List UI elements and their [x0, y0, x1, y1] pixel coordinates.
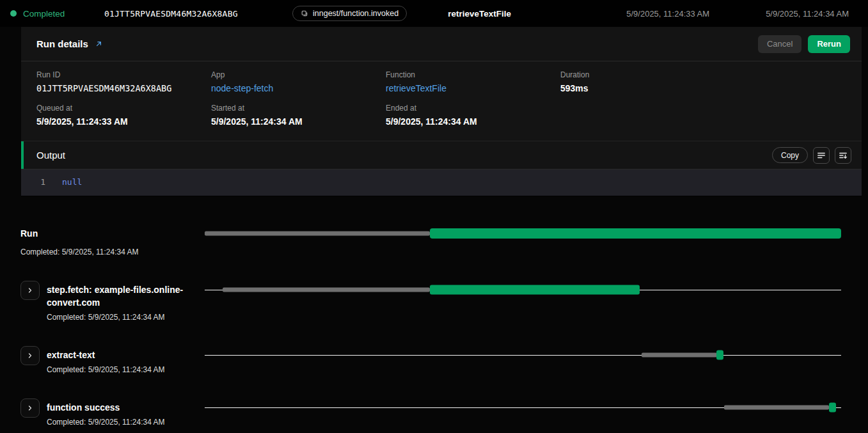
- output-header: Output Copy: [21, 141, 862, 169]
- external-link-icon[interactable]: [95, 40, 103, 48]
- run-details-panel: Run details Cancel Rerun Run ID 01JTT5RP…: [21, 27, 862, 196]
- queued-duration-bar: [205, 232, 430, 236]
- chevron-right-icon: [26, 352, 34, 359]
- field-label: Started at: [211, 104, 386, 113]
- step-label: extract-text: [47, 349, 165, 361]
- step-duration-bar: [829, 403, 836, 413]
- started-timestamp: 5/9/2025, 11:24:34 AM: [766, 9, 849, 19]
- panel-header: Run details Cancel Rerun: [21, 27, 862, 61]
- step-completed: Completed: 5/9/2025, 11:24:34 AM: [47, 418, 165, 427]
- chevron-right-icon: [26, 404, 34, 412]
- timeline-step-row: function success Completed: 5/9/2025, 11…: [20, 401, 841, 427]
- jump-to-bottom-button[interactable]: [835, 147, 851, 164]
- timeline-run-label: Run: [20, 227, 139, 240]
- code-text: null: [62, 177, 82, 187]
- status-label: Completed: [23, 9, 65, 19]
- empty-cell: [560, 104, 846, 127]
- output-code-block[interactable]: 1 null: [21, 169, 862, 196]
- field-label: App: [211, 70, 386, 79]
- event-badge[interactable]: inngest/function.invoked: [292, 6, 407, 21]
- expand-step-button[interactable]: [20, 281, 40, 300]
- step-wait-bar: [223, 288, 430, 292]
- timeline-step-row: step.fetch: example-files.online-convert…: [20, 283, 841, 322]
- code-line-number: 1: [39, 177, 45, 187]
- status-dot-icon: [10, 10, 17, 17]
- field-value: 5/9/2025, 11:24:33 AM: [36, 116, 211, 127]
- jump-to-bottom-icon: [839, 151, 848, 160]
- timeline-step-row: extract-text Completed: 5/9/2025, 11:24:…: [20, 349, 841, 374]
- output-title: Output: [36, 150, 65, 161]
- field-label: Ended at: [386, 104, 560, 113]
- step-label: function success: [47, 401, 165, 414]
- timeline-run-row: Run Completed: 5/9/2025, 11:24:34 AM: [20, 227, 841, 256]
- output-accent-bar: [21, 141, 24, 169]
- field-started-at: Started at 5/9/2025, 11:24:34 AM: [211, 104, 386, 127]
- step-wait-bar: [642, 353, 717, 358]
- expand-step-button[interactable]: [20, 346, 40, 365]
- field-run-id: Run ID 01JTT5RPVAESDM46M32A6X8ABG: [36, 70, 211, 93]
- step-track: [205, 350, 841, 360]
- function-link[interactable]: retrieveTextFile: [386, 83, 560, 93]
- panel-title: Run details: [36, 38, 88, 49]
- step-completed: Completed: 5/9/2025, 11:24:34 AM: [47, 365, 165, 374]
- run-id-text: 01JTT5RPVAESDM46M32A6X8ABG: [104, 9, 292, 19]
- run-duration-bar: [430, 228, 841, 239]
- field-value: 01JTT5RPVAESDM46M32A6X8ABG: [36, 83, 211, 93]
- timeline-run-track: [205, 228, 841, 239]
- field-ended-at: Ended at 5/9/2025, 11:24:34 AM: [386, 104, 560, 127]
- function-name-text: retrieveTextFile: [448, 9, 511, 19]
- field-label: Function: [386, 70, 560, 79]
- field-value: 5/9/2025, 11:24:34 AM: [386, 116, 560, 127]
- wrap-lines-button[interactable]: [813, 147, 830, 164]
- expand-step-button[interactable]: [20, 398, 40, 418]
- field-label: Queued at: [36, 104, 211, 113]
- step-wait-bar: [724, 405, 829, 410]
- field-label: Run ID: [36, 70, 211, 79]
- queued-timestamp: 5/9/2025, 11:24:33 AM: [626, 9, 709, 19]
- field-label: Duration: [560, 70, 846, 79]
- field-app: App node-step-fetch: [211, 70, 386, 93]
- step-track: [205, 402, 841, 413]
- copy-button[interactable]: Copy: [772, 147, 808, 163]
- event-icon: [301, 10, 308, 17]
- field-queued-at: Queued at 5/9/2025, 11:24:33 AM: [36, 104, 211, 127]
- run-timeline: Run Completed: 5/9/2025, 11:24:34 AM ste…: [0, 196, 868, 433]
- run-info-grid: Run ID 01JTT5RPVAESDM46M32A6X8ABG App no…: [21, 61, 862, 141]
- rerun-button[interactable]: Rerun: [808, 35, 850, 53]
- event-badge-label: inngest/function.invoked: [313, 9, 398, 18]
- field-duration: Duration 593ms: [560, 70, 846, 93]
- step-completed: Completed: 5/9/2025, 11:24:34 AM: [47, 313, 186, 322]
- field-value: 5/9/2025, 11:24:34 AM: [211, 116, 386, 127]
- run-status: Completed: [10, 9, 104, 19]
- cancel-button[interactable]: Cancel: [758, 35, 801, 53]
- run-summary-bar: Completed 01JTT5RPVAESDM46M32A6X8ABG inn…: [0, 0, 868, 27]
- chevron-right-icon: [26, 287, 34, 294]
- field-function: Function retrieveTextFile: [386, 70, 560, 93]
- step-duration-bar: [430, 285, 639, 295]
- field-value: 593ms: [560, 83, 846, 93]
- wrap-lines-icon: [817, 151, 826, 160]
- step-track: [205, 285, 841, 295]
- app-link[interactable]: node-step-fetch: [211, 83, 386, 93]
- timeline-run-completed: Completed: 5/9/2025, 11:24:34 AM: [20, 248, 139, 256]
- step-label: step.fetch: example-files.online-convert…: [47, 283, 186, 309]
- step-duration-bar: [716, 350, 723, 360]
